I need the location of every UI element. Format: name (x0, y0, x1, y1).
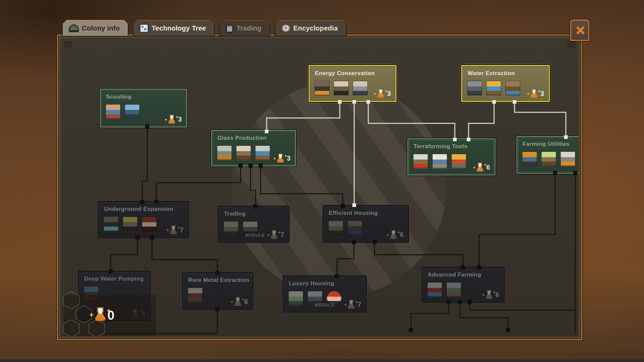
tower-house-icon (347, 221, 362, 235)
module-badge: MODULE (245, 233, 265, 238)
tech-node-title: Efficient Housing (329, 210, 378, 217)
tech-node-title: Advanced Farming (428, 272, 481, 278)
science-flask-icon (530, 89, 538, 98)
module-badge: MODULE (315, 303, 334, 307)
corner-ornament-icon (64, 40, 72, 49)
tech-node-icons (413, 154, 466, 169)
greenhouse-icon (541, 152, 556, 166)
research-cost-value: 3 (287, 155, 290, 162)
research-cost: 3 (530, 89, 544, 98)
wire-advanced-farming-to-offscreen-south-a (411, 302, 448, 330)
tab-bar: Colony infoTechnology TreeTradingEncyclo… (62, 19, 346, 37)
tab-encyclopedia[interactable]: Encyclopedia (275, 19, 347, 37)
tech-node-title: Rare Metal Extraction (188, 277, 249, 284)
vending-machine-icon (288, 291, 303, 306)
tech-node-glass-production[interactable]: Glass Production3 (211, 130, 296, 166)
science-flask-icon (277, 154, 284, 163)
tab-label: Encyclopedia (293, 24, 338, 32)
water-wheel-icon (505, 81, 520, 96)
scout-robot-icon (125, 104, 140, 119)
tech-node-icons (104, 217, 157, 231)
tech-node-title: Scouting (106, 94, 131, 100)
tech-node-trading-node[interactable]: TradingMODULE7 (218, 206, 289, 243)
trade-post-icon (224, 221, 238, 236)
tech-node-luxury-housing[interactable]: Luxury HousingMODULE7 (283, 276, 367, 312)
tab-trading[interactable]: Trading (219, 19, 270, 37)
survey-frame-icon (315, 81, 329, 96)
tech-node-icons (106, 104, 140, 119)
glass-kiln-icon (255, 145, 270, 160)
research-cost-value: 3 (178, 116, 182, 123)
game-screen: Colony infoTechnology TreeTradingEncyclo… (0, 0, 644, 362)
tech-node-advanced-farming[interactable]: Advanced Farming6 (422, 267, 504, 303)
tech-tree-canvas[interactable]: Scouting3Energy Conservation3Water Extra… (61, 38, 579, 337)
tech-node-icons (467, 81, 520, 96)
lantern-icon (226, 24, 233, 32)
emblem-watermark (231, 82, 446, 297)
connector-offscreen-south-a (409, 328, 413, 332)
tech-node-icons (328, 221, 362, 235)
science-flask-icon (170, 226, 177, 234)
technology-tree-panel: Scouting3Energy Conservation3Water Extra… (57, 35, 582, 340)
tech-node-underground-expansion[interactable]: Underground Expansion7 (98, 201, 189, 238)
wire-water-extraction-to-farming-utilities (515, 102, 566, 137)
science-flask-icon (390, 231, 397, 239)
wire-underground-expansion-to-deep-water-pumping (111, 237, 138, 272)
tech-node-title: Energy Conservation (315, 70, 375, 77)
spore-tower-icon (413, 154, 428, 169)
research-cost: 3 (377, 89, 391, 98)
tech-node-water-extraction[interactable]: Water Extraction3 (461, 65, 550, 102)
science-flask-icon (485, 291, 493, 299)
science-flask-icon (95, 308, 106, 323)
connector-offscreen-south-b (506, 328, 510, 332)
tech-node-title: Water Extraction (468, 70, 515, 77)
irrigation-grid-icon (446, 282, 461, 297)
research-cost-value: 6 (244, 298, 248, 306)
wire-advanced-farming-to-offscreen-east (470, 302, 575, 310)
research-cost-value: 7 (180, 226, 183, 234)
hydroponics-icon (427, 282, 442, 297)
tab-technology-tree[interactable]: Technology Tree (133, 19, 215, 37)
battery-machine-icon (353, 81, 368, 96)
tech-node-efficient-housing[interactable]: Efficient Housing6 (323, 205, 409, 243)
fuel-barrel-icon (142, 217, 157, 231)
help-gem-icon (282, 24, 290, 32)
tech-node-energy-conservation[interactable]: Energy Conservation3 (309, 65, 396, 102)
tech-node-terraforming-tools[interactable]: Terraforming Tools6 (408, 138, 495, 175)
research-cost: 3 (277, 154, 290, 163)
research-cost-value: 6 (400, 231, 404, 239)
research-cost: 6 (476, 163, 490, 172)
close-button[interactable] (570, 19, 589, 41)
tech-node-title: Deep Water Pumping (84, 276, 144, 282)
solar-panel-icon (334, 81, 348, 96)
drying-rack-icon (236, 145, 251, 160)
science-points-counter: 0 (64, 295, 156, 336)
tech-node-scouting[interactable]: Scouting3 (100, 89, 187, 127)
glass-smelter-icon (217, 145, 232, 160)
science-flask-icon (270, 231, 278, 239)
tech-node-title: Farming Utilities (523, 141, 570, 147)
research-cost: 7 (270, 231, 284, 239)
science-flask-icon (168, 115, 175, 124)
harvest-ring-icon (560, 152, 575, 166)
scout-gear-icon (106, 104, 120, 119)
tech-node-rare-metal-extraction[interactable]: Rare Metal Extraction6 (182, 272, 253, 310)
research-cost-value: 3 (387, 90, 391, 98)
tech-node-farming-utilities[interactable]: Farming Utilities (517, 136, 579, 174)
science-flask-icon (476, 163, 484, 172)
terraform-dome-icon (432, 154, 447, 169)
dome-icon (69, 25, 78, 32)
tech-node-title: Trading (224, 210, 246, 217)
wire-water-extraction-to-terraforming-tools (469, 102, 494, 139)
tech-node-icons (522, 152, 579, 166)
mine-entrance-icon (104, 217, 118, 231)
tab-colony-info[interactable]: Colony info (62, 19, 128, 37)
tech-node-title: Terraforming Tools (414, 143, 468, 150)
wire-underground-expansion-to-rare-metal-extraction (152, 237, 217, 273)
research-cost-value: 6 (486, 164, 490, 171)
tech-node-title: Underground Expansion (104, 206, 173, 213)
tech-node-title: Glass Production (217, 135, 267, 141)
circuit-icon (140, 24, 148, 32)
round-house-icon (328, 221, 343, 235)
scaffold-icon (467, 81, 482, 96)
